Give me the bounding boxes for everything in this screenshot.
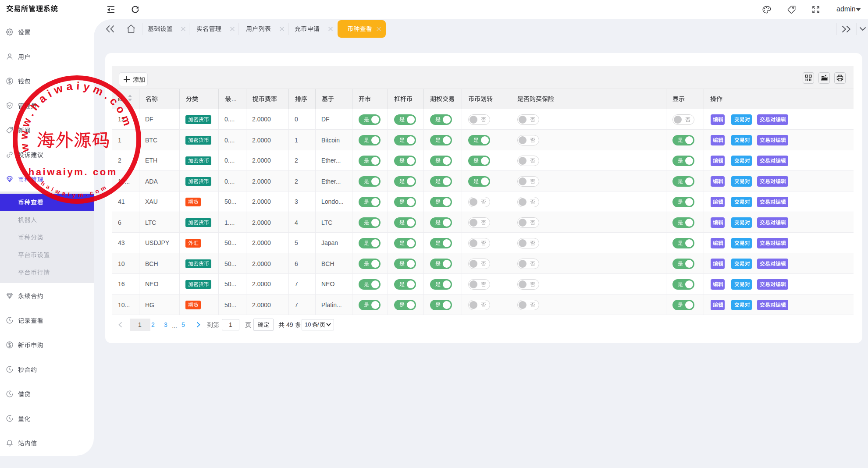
svg-text:haiwaiym. com: haiwaiym. com — [28, 167, 117, 177]
